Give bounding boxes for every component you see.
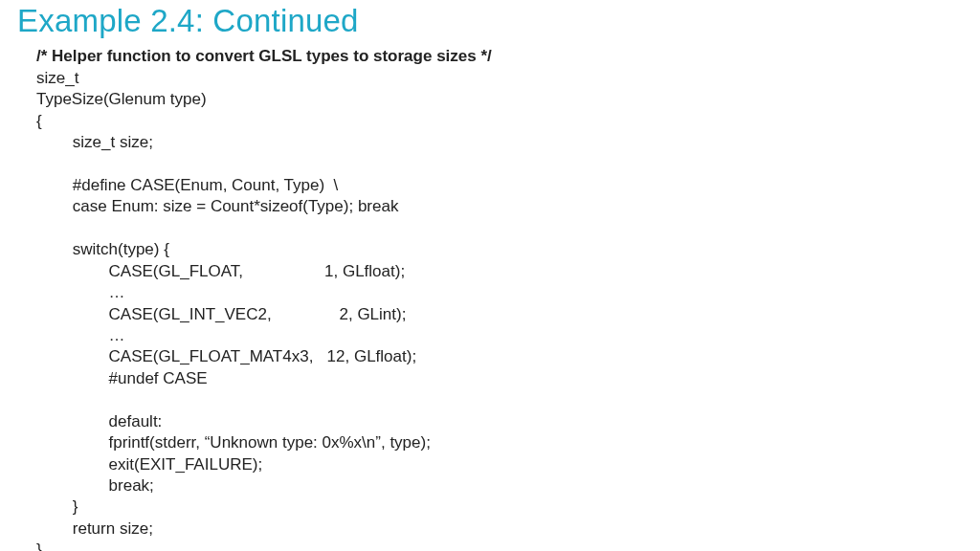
code-comment: /* Helper function to convert GLSL types… [36, 47, 492, 65]
code-block: /* Helper function to convert GLSL types… [0, 46, 980, 551]
code-body: size_t TypeSize(Glenum type) { size_t si… [36, 69, 431, 551]
slide: Example 2.4: Continued /* Helper functio… [0, 0, 980, 551]
slide-title: Example 2.4: Continued [0, 0, 980, 46]
